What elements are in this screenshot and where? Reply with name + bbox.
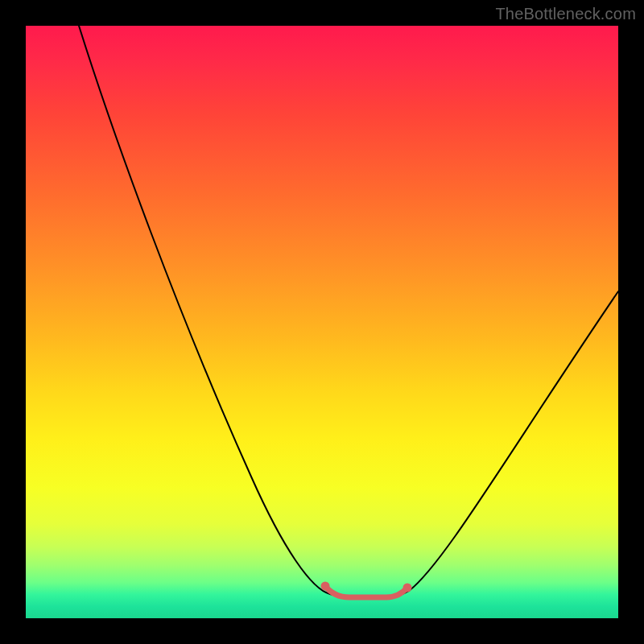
highlight-segment xyxy=(325,586,407,597)
plot-area xyxy=(26,26,618,618)
bottleneck-curve xyxy=(79,26,618,597)
watermark-text: TheBottleneck.com xyxy=(495,5,636,23)
chart-frame: TheBottleneck.com xyxy=(0,0,644,644)
highlight-dot-left xyxy=(321,582,330,591)
curve-svg xyxy=(26,26,618,618)
highlight-dot-right xyxy=(403,584,412,592)
